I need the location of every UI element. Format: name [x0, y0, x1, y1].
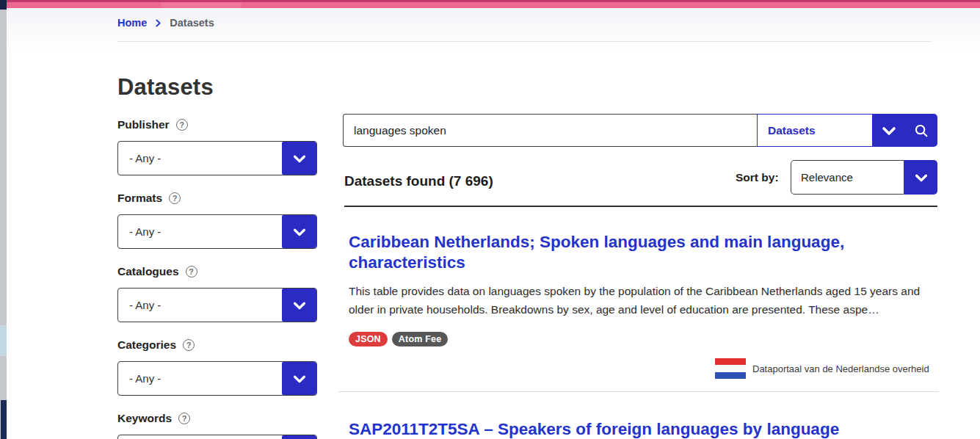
formats-select[interactable]: - Any -	[117, 214, 317, 249]
search-bar: Datasets	[343, 114, 937, 147]
format-badge-atom: Atom Fee	[392, 332, 449, 347]
result-description: This table provides data on languages sp…	[349, 282, 923, 319]
search-scope-value: Datasets	[768, 124, 816, 137]
result-title-link[interactable]: Caribbean Netherlands; Spoken languages …	[349, 232, 896, 273]
filter-categories-label: Categories	[117, 338, 176, 352]
result-source: Dataportaal van de Nederlandse overheid	[715, 358, 929, 379]
chevron-down-icon	[913, 170, 929, 186]
breadcrumb-current: Datasets	[170, 17, 214, 29]
filter-group-categories: Categories ? - Any -	[117, 338, 317, 396]
sort-by-label: Sort by:	[736, 171, 779, 184]
breadcrumb-divider	[117, 41, 931, 42]
results-count: Datasets found (7 696)	[344, 173, 493, 189]
filter-group-formats: Formats ? - Any -	[117, 192, 317, 249]
filter-publisher-label: Publisher	[117, 118, 170, 131]
page-body: Home Datasets Datasets Publisher ? - Any…	[7, 8, 980, 439]
formats-select-toggle[interactable]	[282, 215, 316, 248]
breadcrumb-chevron-icon	[153, 18, 163, 28]
categories-select-value: - Any -	[118, 362, 282, 395]
filter-keywords-label: Keywords	[117, 412, 172, 425]
help-icon[interactable]: ?	[176, 119, 188, 131]
breadcrumb-home-link[interactable]: Home	[117, 17, 147, 29]
filter-group-publisher: Publisher ? - Any -	[117, 118, 317, 175]
catalogues-select[interactable]: - Any -	[117, 288, 317, 322]
search-submit-button[interactable]	[905, 114, 937, 147]
result-format-badges: JSON Atom Fee	[349, 332, 448, 347]
filter-group-keywords: Keywords ?	[117, 412, 317, 439]
window-edge-accent-mid	[0, 325, 7, 356]
publisher-select[interactable]: - Any -	[117, 141, 317, 175]
chevron-down-icon	[291, 371, 308, 387]
help-icon[interactable]: ?	[178, 413, 190, 424]
top-banner	[7, 0, 980, 8]
chevron-down-icon	[291, 150, 308, 167]
search-scope-select[interactable]: Datasets	[757, 114, 873, 147]
result-title-link[interactable]: SAP2011T2T5SA – Speakers of foreign lang…	[349, 419, 929, 439]
categories-select[interactable]: - Any -	[117, 361, 317, 396]
format-badge-json: JSON	[349, 332, 388, 347]
filter-catalogues-label: Catalogues	[117, 265, 179, 278]
sort-select-value: Relevance	[791, 160, 904, 195]
banner-highlight	[161, 2, 242, 8]
categories-select-toggle[interactable]	[282, 362, 316, 395]
search-icon	[913, 123, 929, 139]
help-icon[interactable]: ?	[169, 192, 181, 204]
results-divider	[344, 206, 937, 207]
catalogues-select-value: - Any -	[118, 289, 282, 322]
page-title: Datasets	[117, 74, 214, 101]
chevron-down-icon	[291, 224, 308, 240]
filter-group-catalogues: Catalogues ? - Any -	[117, 265, 317, 322]
result-separator	[338, 391, 939, 392]
keywords-select-toggle[interactable]	[282, 435, 316, 439]
keywords-select[interactable]	[117, 435, 317, 439]
publisher-select-toggle[interactable]	[282, 142, 316, 175]
breadcrumb: Home Datasets	[117, 17, 214, 29]
window-edge-accent-top	[0, 0, 7, 10]
formats-select-value: - Any -	[118, 215, 282, 248]
help-icon[interactable]: ?	[183, 339, 195, 351]
publisher-select-value: - Any -	[118, 142, 282, 175]
chevron-down-icon	[291, 297, 308, 313]
netherlands-flag-icon	[715, 358, 746, 379]
window-edge	[0, 0, 7, 439]
keywords-select-value	[118, 435, 282, 439]
search-scope-toggle[interactable]	[873, 114, 905, 147]
sort-select-toggle[interactable]	[904, 160, 937, 195]
search-actions	[873, 114, 937, 147]
result-source-label: Dataportaal van de Nederlandse overheid	[752, 363, 929, 374]
window-edge-accent-bottom	[1, 400, 7, 439]
chevron-down-icon	[880, 122, 898, 139]
filter-formats-label: Formats	[117, 192, 162, 205]
search-input[interactable]	[343, 114, 757, 147]
catalogues-select-toggle[interactable]	[282, 289, 316, 322]
help-icon[interactable]: ?	[186, 266, 197, 277]
sort-select[interactable]: Relevance	[791, 160, 937, 195]
